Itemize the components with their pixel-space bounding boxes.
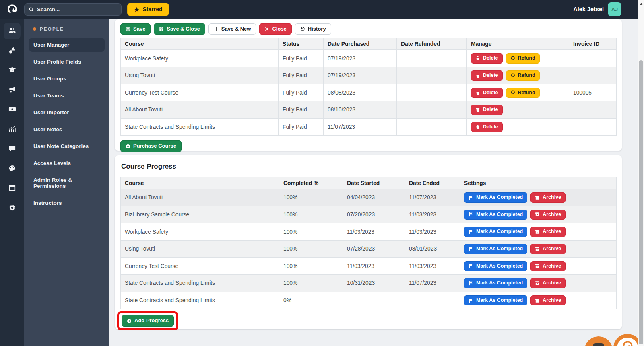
- rail-item-megaphone[interactable]: [4, 82, 21, 99]
- sidebar-item-user-profile-fields[interactable]: User Profile Fields: [29, 55, 105, 69]
- course-cell: Currency Test Course: [121, 257, 279, 275]
- sidebar-item-user-manager[interactable]: User Manager: [29, 38, 105, 52]
- save-button[interactable]: Save: [120, 23, 151, 35]
- mark-as-completed-button[interactable]: Mark As Completed: [464, 210, 527, 220]
- mark-as-completed-button[interactable]: Mark As Completed: [464, 227, 527, 237]
- rail-item-shapes[interactable]: [4, 42, 21, 59]
- sidebar-section-header: PEOPLE: [29, 27, 105, 31]
- starred-button[interactable]: ★ Starred: [127, 3, 169, 16]
- table-row: Using TovutiFully Paid07/19/2023DeleteRe…: [121, 67, 617, 84]
- archive-button[interactable]: Archive: [530, 261, 566, 272]
- flag-icon: [469, 212, 473, 217]
- close-button[interactable]: Close: [259, 23, 291, 35]
- sidebar-item-user-notes[interactable]: User Notes: [29, 122, 105, 136]
- delete-button[interactable]: Delete: [471, 88, 503, 98]
- refund-icon: [510, 73, 515, 78]
- save-new-button[interactable]: Save & New: [208, 23, 256, 35]
- sidebar-item-user-note-categories[interactable]: User Note Categories: [29, 139, 105, 153]
- delete-button[interactable]: Delete: [471, 53, 503, 64]
- course-cell: State Contracts and Spending Limits: [121, 118, 279, 136]
- archive-button[interactable]: Archive: [530, 210, 566, 220]
- rail-item-settings[interactable]: [4, 200, 21, 217]
- history-button[interactable]: History: [295, 23, 331, 35]
- avatar[interactable]: AJ: [608, 2, 621, 16]
- date-started-cell: 11/03/2023: [343, 223, 405, 241]
- archive-button[interactable]: Archive: [530, 192, 566, 203]
- delete-button[interactable]: Delete: [471, 122, 503, 132]
- tovuti-logo[interactable]: [0, 3, 24, 15]
- sidebar-item-access-levels[interactable]: Access Levels: [29, 156, 105, 170]
- refund-button[interactable]: Refund: [506, 88, 540, 98]
- close-icon: [264, 27, 269, 31]
- button-label: Refund: [518, 90, 535, 96]
- sidebar-item-user-teams[interactable]: User Teams: [29, 89, 105, 103]
- button-label: Refund: [518, 72, 535, 79]
- button-label: Mark As Completed: [476, 263, 523, 270]
- rail-item-money[interactable]: [4, 101, 21, 118]
- rail-item-analytics[interactable]: [4, 121, 21, 138]
- date-started-cell: 04/04/2023: [343, 189, 405, 206]
- mark-as-completed-button[interactable]: Mark As Completed: [464, 295, 527, 306]
- rail-item-comments[interactable]: [4, 141, 21, 158]
- rail-item-palette[interactable]: [4, 161, 21, 177]
- table-row: All About TovutiFully Paid08/10/2023Dele…: [121, 101, 617, 119]
- invoice-id-cell: [569, 50, 617, 67]
- course-cell: State Contracts and Spending Limits: [121, 275, 279, 292]
- date-started-cell: [343, 292, 405, 309]
- save-close-button[interactable]: Save & Close: [154, 23, 205, 35]
- sidebar-item-instructors[interactable]: Instructors: [29, 196, 105, 210]
- button-label: Delete: [483, 107, 498, 113]
- date-ended-cell: 11/03/2023: [405, 257, 460, 275]
- mark-as-completed-button[interactable]: Mark As Completed: [464, 244, 527, 254]
- add-progress-button[interactable]: Add Progress: [122, 315, 174, 326]
- rail-item-users[interactable]: [4, 23, 21, 39]
- page-scrollbar[interactable]: [638, 0, 644, 346]
- button-label: Mark As Completed: [476, 212, 523, 218]
- mark-as-completed-button[interactable]: Mark As Completed: [464, 261, 527, 272]
- rail-item-graduation-cap[interactable]: [4, 62, 21, 79]
- sidebar-item-admin-roles-permissions[interactable]: Admin Roles & Permissions: [29, 173, 105, 193]
- section-dot-icon: [33, 27, 36, 31]
- mark-as-completed-button[interactable]: Mark As Completed: [464, 278, 527, 288]
- archive-button[interactable]: Archive: [530, 278, 566, 288]
- purchase-course-button[interactable]: Purchase Course: [120, 140, 182, 152]
- search-box[interactable]: [24, 3, 122, 16]
- save-icon: [126, 27, 130, 31]
- sidebar-item-user-groups[interactable]: User Groups: [29, 72, 105, 86]
- icon-rail: [0, 19, 24, 346]
- mark-as-completed-button[interactable]: Mark As Completed: [464, 192, 527, 203]
- button-label: Mark As Completed: [476, 297, 523, 304]
- course-cell: All About Tovuti: [121, 189, 279, 206]
- plus-circle-icon: [126, 144, 130, 149]
- date-refunded-cell: [397, 118, 467, 136]
- refund-button[interactable]: Refund: [506, 53, 540, 64]
- archive-button[interactable]: Archive: [530, 295, 566, 306]
- settings-icon: [8, 204, 16, 213]
- date-refunded-cell: [397, 67, 467, 84]
- refund-button[interactable]: Refund: [506, 70, 540, 81]
- scrollbar-thumb[interactable]: [639, 60, 643, 344]
- date-purchased-cell: 07/19/2023: [324, 50, 397, 67]
- completed-cell: 100%: [279, 189, 343, 206]
- button-label: Archive: [543, 229, 561, 235]
- delete-button[interactable]: Delete: [471, 105, 503, 115]
- button-label: Archive: [543, 246, 561, 252]
- course-progress-table: CourseCompleted %Date StartedDate EndedS…: [120, 177, 617, 309]
- archive-button[interactable]: Archive: [530, 244, 566, 254]
- archive-icon: [535, 281, 540, 286]
- completed-cell: 100%: [279, 240, 343, 257]
- date-started-cell: 07/28/2023: [343, 240, 405, 257]
- purchased-courses-table: CourseStatusDate PurchasedDate RefundedM…: [120, 38, 617, 136]
- search-input[interactable]: [37, 6, 117, 12]
- analytics-icon: [8, 125, 16, 134]
- sidebar-item-user-importer[interactable]: User Importer: [29, 105, 105, 119]
- course-cell: All About Tovuti: [121, 101, 279, 119]
- delete-button[interactable]: Delete: [471, 70, 503, 81]
- button-label: Mark As Completed: [476, 280, 523, 286]
- rail-item-window[interactable]: [4, 180, 21, 197]
- scrollbar-up-arrow[interactable]: [640, 3, 643, 5]
- users-icon: [8, 27, 16, 36]
- flag-icon: [469, 247, 473, 251]
- settings-cell: Mark As CompletedArchive: [460, 240, 617, 257]
- archive-button[interactable]: Archive: [530, 227, 566, 237]
